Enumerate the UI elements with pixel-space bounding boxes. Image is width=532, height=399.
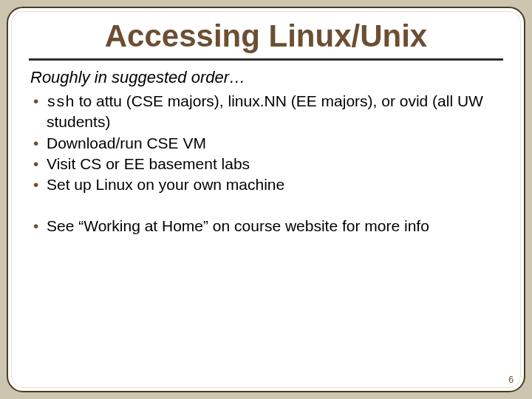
list-item: Download/run CSE VM <box>30 134 502 153</box>
slide-title: Accessing Linux/Unix <box>8 18 524 54</box>
list-item: Set up Linux on your own machine <box>30 175 502 194</box>
list-item: See “Working at Home” on course website … <box>30 216 502 236</box>
spacer <box>30 196 502 215</box>
list-item: ssh to attu (CSE majors), linux.NN (EE m… <box>30 92 502 132</box>
bullet-list-1: ssh to attu (CSE majors), linux.NN (EE m… <box>30 92 502 194</box>
page-number: 6 <box>508 375 514 385</box>
list-item: Visit CS or EE basement labs <box>30 154 502 174</box>
code-snippet: ssh <box>47 94 75 111</box>
subtitle: Roughly in suggested order… <box>30 68 502 87</box>
slide-content: Roughly in suggested order… ssh to attu … <box>8 68 524 236</box>
title-divider <box>29 58 503 61</box>
slide-frame: Accessing Linux/Unix Roughly in suggeste… <box>7 7 525 392</box>
list-item-text: to attu (CSE majors), linux.NN (EE major… <box>47 92 483 130</box>
bullet-list-2: See “Working at Home” on course website … <box>30 216 502 236</box>
